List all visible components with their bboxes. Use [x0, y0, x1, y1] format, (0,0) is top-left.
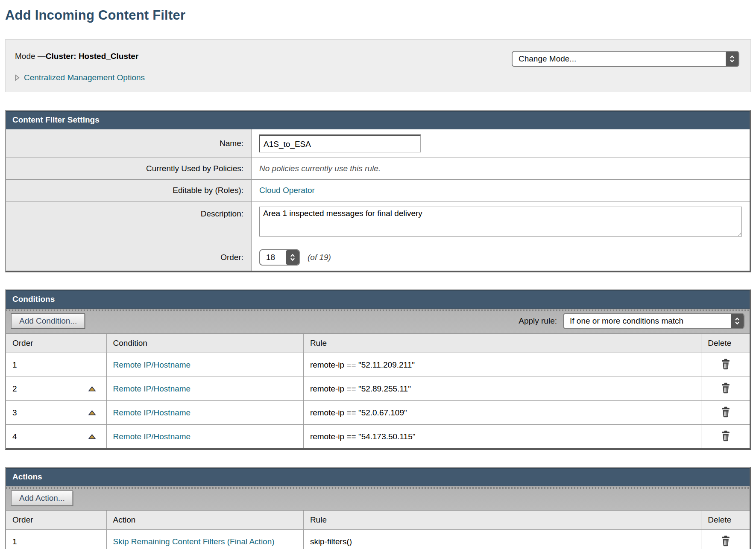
description-textarea[interactable]: Area 1 inspected messages for final deli… [259, 207, 742, 237]
condition-order: 3 [12, 408, 17, 418]
change-mode-select[interactable]: Change Mode... [512, 51, 739, 67]
cloud-operator-link[interactable]: Cloud Operator [259, 186, 315, 195]
apply-rule-select-value: If one or more conditions match [564, 314, 731, 328]
condition-link[interactable]: Remote IP/Hostname [113, 360, 191, 369]
condition-rule: remote-ip == "54.173.50.115" [303, 425, 701, 449]
apply-rule-select[interactable]: If one or more conditions match [563, 313, 744, 329]
delete-button[interactable] [720, 358, 732, 371]
delete-button[interactable] [720, 406, 732, 418]
condition-link[interactable]: Remote IP/Hostname [113, 408, 191, 417]
conditions-section: Conditions Add Condition... Apply rule: … [5, 289, 751, 450]
condition-row: 4 Remote IP/Hostname remote-ip == "54.17… [6, 425, 750, 449]
content-filter-settings-section: Content Filter Settings Name: Currently … [5, 110, 751, 272]
delete-button[interactable] [720, 429, 732, 442]
settings-row-description: Description: Area 1 inspected messages f… [6, 201, 750, 244]
select-stepper-icon [731, 314, 744, 328]
add-condition-button[interactable]: Add Condition... [11, 313, 85, 329]
actions-col-rule: Rule [303, 511, 701, 530]
conditions-toolbar: Add Condition... Apply rule: If one or m… [6, 309, 750, 334]
condition-link[interactable]: Remote IP/Hostname [113, 384, 191, 393]
delete-button[interactable] [720, 382, 732, 394]
disclosure-triangle-icon[interactable] [15, 74, 20, 81]
action-rule: skip-filters() [303, 530, 701, 549]
settings-row-order: Order: 18 (of 19) [6, 244, 750, 271]
action-order: 1 [12, 537, 17, 546]
mode-panel: Mode —Cluster: Hosted_Cluster Centralize… [5, 39, 751, 92]
policies-text: No policies currently use this rule. [252, 158, 750, 180]
move-up-icon[interactable] [88, 432, 96, 441]
settings-section-header: Content Filter Settings [6, 111, 750, 129]
action-row: 1 Skip Remaining Content Filters (Final … [6, 530, 750, 549]
move-up-icon[interactable] [88, 384, 96, 394]
actions-section-header: Actions [6, 468, 750, 486]
page-title: Add Incoming Content Filter [5, 8, 751, 23]
move-up-icon[interactable] [88, 408, 96, 418]
change-mode-select-value: Change Mode... [513, 52, 726, 66]
condition-rule: remote-ip == "52.11.209.211" [303, 353, 701, 377]
centralized-management-options-link[interactable]: Centralized Management Options [24, 73, 145, 82]
actions-col-order: Order [6, 511, 106, 530]
mode-label: Mode [15, 52, 38, 61]
order-label: Order: [6, 244, 252, 271]
conditions-col-rule: Rule [303, 334, 701, 353]
add-action-button[interactable]: Add Action... [11, 491, 73, 506]
actions-col-action: Action [106, 511, 303, 530]
conditions-section-header: Conditions [6, 290, 750, 309]
select-stepper-icon [726, 52, 738, 66]
actions-col-delete: Delete [701, 511, 750, 530]
settings-row-roles: Editable by (Roles): Cloud Operator [6, 180, 750, 201]
action-link[interactable]: Skip Remaining Content Filters (Final Ac… [113, 536, 275, 547]
actions-section: Actions Add Action... Order Action Rule … [5, 467, 751, 549]
name-input[interactable] [259, 134, 421, 152]
condition-order: 4 [12, 432, 17, 441]
order-total-text: (of 19) [308, 253, 331, 262]
condition-link[interactable]: Remote IP/Hostname [113, 432, 191, 441]
order-select[interactable]: 18 [259, 249, 300, 266]
description-label: Description: [6, 201, 252, 244]
policies-label: Currently Used by Policies: [6, 158, 252, 180]
condition-row: 1 Remote IP/Hostname remote-ip == "52.11… [6, 353, 750, 377]
condition-row: 2 Remote IP/Hostname remote-ip == "52.89… [6, 377, 750, 401]
order-select-value: 18 [260, 250, 286, 265]
name-label: Name: [6, 129, 252, 158]
settings-row-name: Name: [6, 129, 750, 158]
apply-rule-label: Apply rule: [519, 316, 557, 326]
condition-order: 2 [12, 384, 17, 394]
conditions-col-condition: Condition [106, 334, 303, 353]
condition-order: 1 [12, 360, 17, 370]
condition-rule: remote-ip == "52.0.67.109" [303, 401, 701, 425]
conditions-col-delete: Delete [701, 334, 750, 353]
actions-toolbar: Add Action... [6, 486, 750, 511]
delete-button[interactable] [720, 534, 732, 547]
select-stepper-icon [286, 250, 299, 265]
condition-rule: remote-ip == "52.89.255.11" [303, 377, 701, 401]
conditions-col-order: Order [6, 334, 106, 353]
roles-label: Editable by (Roles): [6, 180, 252, 201]
mode-value: —Cluster: Hosted_Cluster [38, 52, 139, 61]
settings-row-policies: Currently Used by Policies: No policies … [6, 158, 750, 180]
condition-row: 3 Remote IP/Hostname remote-ip == "52.0.… [6, 401, 750, 425]
